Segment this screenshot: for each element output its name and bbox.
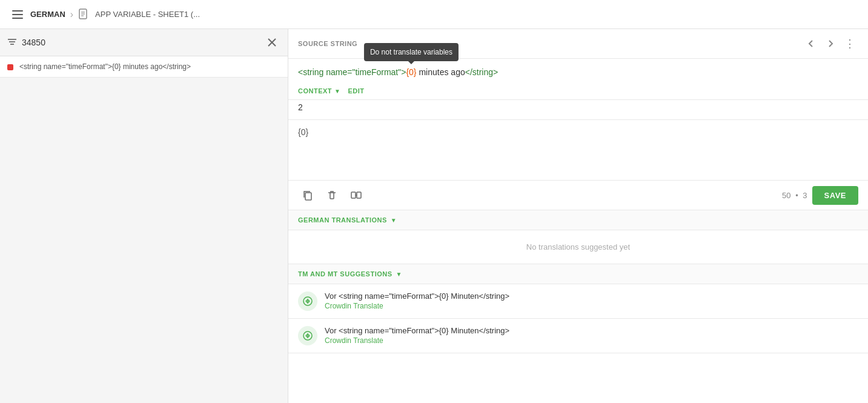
list-item[interactable]: <string name="timeFormat">{0} minutes ag…: [0, 56, 288, 78]
german-translations-arrow: ▼: [391, 217, 397, 224]
string-text: minutes ago: [417, 67, 465, 77]
status-dot: [7, 64, 13, 70]
tm-suggestions-arrow: ▼: [396, 271, 402, 278]
edit-button[interactable]: EDIT: [348, 87, 364, 95]
suggestion-source-1: Crowdin Translate: [325, 336, 858, 345]
word-count: 3: [803, 191, 807, 200]
context-value: 2: [298, 100, 303, 115]
xml-open-tag: <string name="timeFormat">: [298, 67, 406, 77]
suggestion-content-1: Vor <string name="timeFormat">{0} Minute…: [325, 326, 858, 345]
source-header: SOURCE STRING ⋮: [288, 29, 868, 59]
left-panel: 34850 <string name="timeFormat">{0} minu…: [0, 29, 288, 403]
suggestion-icon-0: [298, 291, 317, 311]
suggestion-content-0: Vor <string name="timeFormat">{0} Minute…: [325, 291, 858, 310]
suggestion-item-0[interactable]: Vor <string name="timeFormat">{0} Minute…: [288, 284, 868, 319]
context-button[interactable]: CONTEXT ▼: [298, 87, 340, 95]
context-row: CONTEXT ▼ EDIT: [288, 84, 868, 100]
right-panel: SOURCE STRING ⋮ <string name="timeFormat…: [288, 29, 868, 403]
translation-text: {0}: [298, 127, 308, 137]
no-translations-message: No translations suggested yet: [288, 230, 868, 264]
navigation-buttons: ⋮: [803, 35, 858, 52]
variable-token: {0}Do not translate variables: [406, 66, 416, 79]
suggestion-source-0: Crowdin Translate: [325, 302, 858, 310]
toolbar: 50 • 3 SAVE: [288, 181, 868, 210]
split-button[interactable]: [346, 185, 366, 205]
svg-rect-10: [351, 192, 356, 198]
left-header: 34850: [0, 29, 288, 56]
tm-suggestions-header[interactable]: TM AND MT SUGGESTIONS ▼: [288, 264, 868, 284]
tm-suggestions-label: TM AND MT SUGGESTIONS: [298, 270, 393, 278]
item-text: <string name="timeFormat">{0} minutes ag…: [19, 62, 191, 71]
svg-rect-9: [305, 193, 311, 200]
german-translations-header[interactable]: GERMAN TRANSLATIONS ▼: [288, 210, 868, 230]
svg-rect-11: [357, 192, 361, 198]
project-name[interactable]: GERMAN: [30, 10, 65, 19]
suggestion-text-0: Vor <string name="timeFormat">{0} Minute…: [325, 291, 858, 301]
main-layout: 34850 <string name="timeFormat">{0} minu…: [0, 29, 868, 403]
delete-button[interactable]: [322, 185, 342, 205]
copy-button[interactable]: [298, 185, 317, 205]
source-string-content: <string name="timeFormat">{0}Do not tran…: [288, 59, 868, 84]
source-label: SOURCE STRING: [298, 40, 357, 47]
context-dropdown-arrow: ▼: [334, 88, 340, 95]
filter-icon: [7, 37, 17, 48]
german-translations-label: GERMAN TRANSLATIONS: [298, 216, 387, 224]
xml-close-tag: </string>: [465, 67, 498, 77]
top-navigation: GERMAN › APP VARIABLE - SHEET1 (...: [0, 0, 868, 29]
next-button[interactable]: [822, 35, 839, 52]
file-icon: [78, 8, 90, 21]
suggestion-icon-1: [298, 326, 317, 345]
char-count: 50 • 3: [782, 191, 807, 200]
hamburger-menu[interactable]: [10, 8, 25, 21]
search-count: 34850: [22, 38, 263, 47]
suggestion-item-1[interactable]: Vor <string name="timeFormat">{0} Minute…: [288, 319, 868, 353]
context-label: CONTEXT: [298, 87, 332, 95]
breadcrumb-separator: ›: [70, 9, 73, 20]
close-button[interactable]: [263, 34, 280, 51]
more-options-button[interactable]: ⋮: [841, 35, 858, 52]
suggestion-text-1: Vor <string name="timeFormat">{0} Minute…: [325, 326, 858, 335]
prev-button[interactable]: [803, 35, 820, 52]
file-path: APP VARIABLE - SHEET1 (...: [95, 10, 200, 19]
save-button[interactable]: SAVE: [812, 186, 858, 205]
translation-input-area[interactable]: {0}: [288, 120, 868, 181]
char-number: 50: [782, 191, 790, 200]
